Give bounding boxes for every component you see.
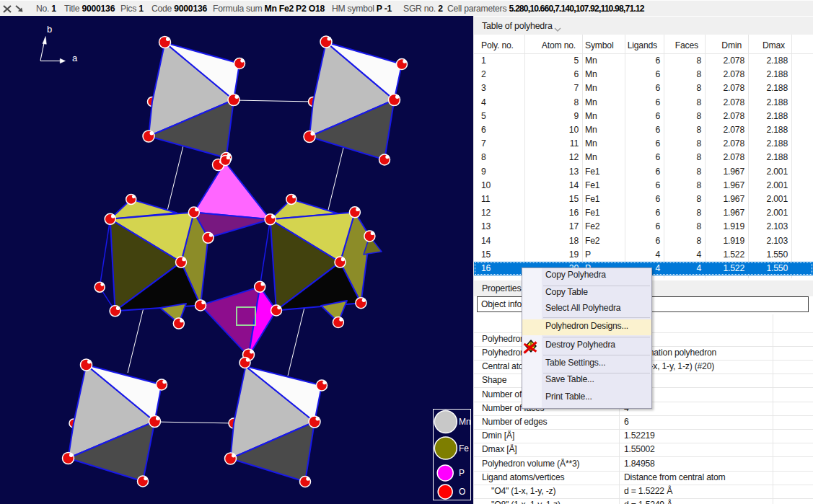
svg-text:Fe: Fe (459, 443, 469, 454)
svg-text:Mn: Mn (459, 417, 471, 427)
svg-text:a: a (72, 53, 78, 63)
svg-text:O: O (459, 487, 465, 497)
svg-text:P: P (459, 468, 465, 478)
svg-text:b: b (47, 24, 52, 35)
